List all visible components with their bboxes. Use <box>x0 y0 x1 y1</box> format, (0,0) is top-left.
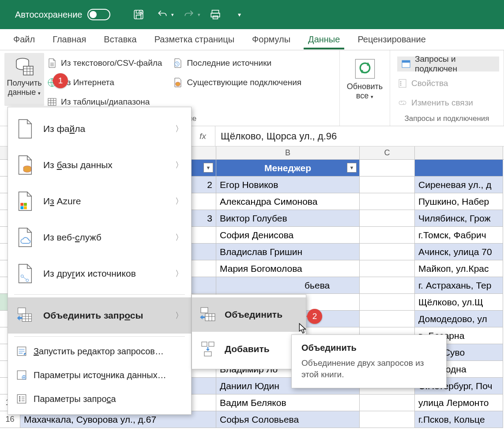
cell[interactable] <box>360 311 415 327</box>
svg-rect-28 <box>24 203 27 206</box>
cell[interactable]: София Денисова <box>216 227 360 244</box>
tab-insert[interactable]: Вставка <box>95 30 145 49</box>
params-icon <box>16 393 27 405</box>
editor-icon <box>16 345 27 357</box>
redo-icon[interactable] <box>180 6 198 23</box>
cell[interactable]: улица Лермонто <box>415 394 503 411</box>
cell[interactable]: г. Астрахань, Тер <box>415 277 503 294</box>
svg-rect-27 <box>20 203 23 206</box>
fx-icon[interactable]: fx <box>191 126 215 146</box>
tooltip-title: Объединить <box>301 343 436 353</box>
cell[interactable] <box>360 227 415 244</box>
menu-from-azure[interactable]: Из Azure 〉 <box>8 183 191 219</box>
table-icon <box>47 97 57 107</box>
cell[interactable]: Сиреневая ул., д <box>415 176 503 193</box>
svg-rect-21 <box>402 60 410 63</box>
col-header-D[interactable] <box>415 146 503 159</box>
svg-rect-33 <box>18 308 26 314</box>
tooltip: Объединить Объединение двух запросов из … <box>291 334 447 388</box>
ribbon-tabs: Файл Главная Вставка Разметка страницы Ф… <box>0 29 504 50</box>
recent-sources-button[interactable]: Последние источники <box>173 56 301 71</box>
autosave-toggle[interactable] <box>87 9 110 20</box>
chevron-right-icon: 〉 <box>175 196 183 206</box>
cell[interactable]: Чилябинск, Грож <box>415 210 503 227</box>
refresh-all-button[interactable]: Обновитьвсе ▾ <box>344 53 385 126</box>
cell[interactable]: Пушкино, Набер <box>415 193 503 210</box>
cell[interactable]: Виктор Голубев <box>216 210 360 227</box>
table-header-D[interactable] <box>415 160 503 176</box>
cell[interactable]: Майкоп, ул.Крас <box>415 260 503 277</box>
submenu-merge[interactable]: Объединить <box>192 297 306 332</box>
combine-icon <box>16 305 34 326</box>
title-bar: Автосохранение ▾ ▾ ▾ <box>0 0 504 29</box>
get-data-label1: Получить <box>7 79 41 87</box>
get-data-button[interactable]: Получитьданные ▾ <box>4 53 44 106</box>
filter-icon[interactable]: ▼ <box>203 163 213 173</box>
svg-rect-55 <box>209 342 214 346</box>
annotation-badge-2: 2 <box>307 309 322 324</box>
cell[interactable]: Софья Соловьева <box>216 411 360 428</box>
menu-launch-editor[interactable]: Запустить редактор запросов… <box>8 339 191 363</box>
svg-rect-54 <box>202 342 207 346</box>
svg-rect-2 <box>212 10 219 13</box>
menu-from-database[interactable]: Из базы данных 〉 <box>8 147 191 183</box>
tab-review[interactable]: Рецензирование <box>349 30 434 49</box>
formula-input[interactable]: Щёлково, Щорса ул., д.96 <box>215 131 504 142</box>
cell[interactable] <box>360 244 415 260</box>
tab-formulas[interactable]: Формулы <box>243 30 299 49</box>
cell[interactable] <box>360 411 415 428</box>
cell[interactable] <box>360 277 415 294</box>
existing-conn-button[interactable]: Существующие подключения <box>173 75 301 90</box>
tab-page-layout[interactable]: Разметка страницы <box>146 30 243 49</box>
cell[interactable] <box>360 394 415 411</box>
cell[interactable]: г.Псков, Кольце <box>415 411 503 428</box>
cell[interactable]: г.Томск, Фабрич <box>415 227 503 244</box>
svg-rect-4 <box>213 16 218 19</box>
cell[interactable]: Александра Симонова <box>216 193 360 210</box>
col-header-C[interactable]: C <box>360 146 415 159</box>
submenu-append[interactable]: Добавить <box>192 332 306 366</box>
menu-from-services[interactable]: Из веб-служб 〉 <box>8 219 191 255</box>
cell[interactable] <box>360 260 415 277</box>
cell[interactable]: Ачинск, улица 70 <box>415 244 503 260</box>
col-header-B[interactable]: B <box>216 146 360 159</box>
cell[interactable] <box>360 160 415 176</box>
menu-from-file[interactable]: Из файла 〉 <box>8 111 191 147</box>
qat-customize-icon[interactable]: ▾ <box>230 6 248 23</box>
tab-file[interactable]: Файл <box>4 30 44 49</box>
undo-caret[interactable]: ▾ <box>171 12 174 18</box>
undo-icon[interactable] <box>154 6 171 23</box>
cell[interactable]: Домодедово, ул <box>415 311 503 327</box>
print-icon[interactable] <box>207 6 224 23</box>
from-csv-button[interactable]: Из текстового/CSV-файла <box>47 56 162 71</box>
tab-home[interactable]: Главная <box>44 30 95 49</box>
menu-datasource-params[interactable]: Параметры источника данных… <box>8 363 191 387</box>
cell[interactable]: Владислав Гришин <box>216 244 360 260</box>
redo-caret[interactable]: ▾ <box>198 12 200 18</box>
svg-rect-50 <box>205 314 215 321</box>
cell[interactable]: Щёлково, ул.Щ <box>415 294 503 311</box>
cell[interactable]: бьева <box>216 277 360 294</box>
cell[interactable] <box>360 176 415 193</box>
queries-icon <box>401 59 411 69</box>
cell[interactable] <box>360 294 415 311</box>
save-icon[interactable] <box>130 6 147 23</box>
queries-connections-button[interactable]: Запросы и подключен <box>397 56 499 71</box>
table-header-manager[interactable]: Менеджер ▼ <box>216 160 360 176</box>
cell[interactable]: Вадим Беляков <box>216 394 360 411</box>
connection-icon <box>173 77 183 88</box>
menu-query-params[interactable]: Параметры запроса <box>8 387 191 411</box>
properties-icon <box>397 78 408 89</box>
cell[interactable] <box>360 193 415 210</box>
svg-rect-3 <box>211 13 220 17</box>
menu-from-other[interactable]: Из других источников 〉 <box>8 255 191 292</box>
cell[interactable] <box>360 210 415 227</box>
svg-point-44 <box>19 398 20 399</box>
svg-rect-12 <box>48 98 56 105</box>
cell[interactable]: Егор Новиков <box>216 176 360 193</box>
get-data-label2: данные <box>8 88 36 97</box>
filter-icon[interactable]: ▼ <box>347 163 357 173</box>
menu-combine-queries[interactable]: Объединить запросы 〉 <box>8 297 191 334</box>
cell[interactable]: Мария Богомолова <box>216 260 360 277</box>
tab-data[interactable]: Данные <box>299 30 349 49</box>
